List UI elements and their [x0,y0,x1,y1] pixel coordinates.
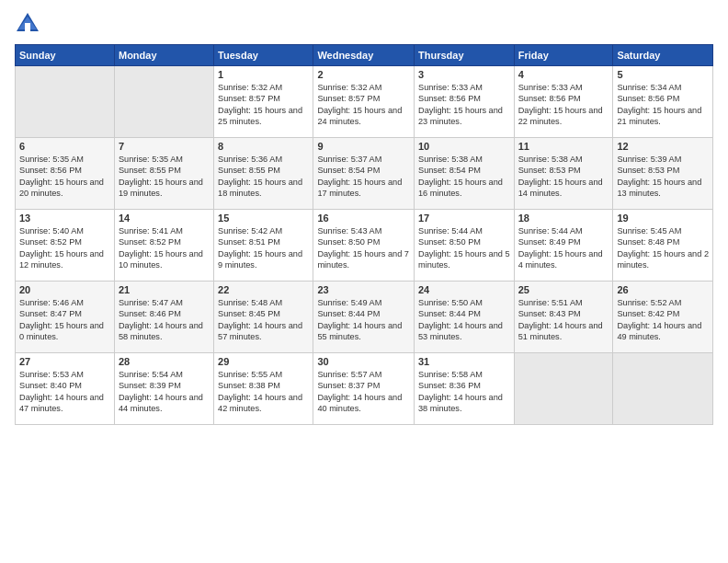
day-info: Sunrise: 5:44 AM Sunset: 8:49 PM Dayligh… [518,225,609,271]
day-info: Sunrise: 5:39 AM Sunset: 8:53 PM Dayligh… [617,154,709,200]
logo-icon [15,11,40,37]
day-info: Sunrise: 5:54 AM Sunset: 8:39 PM Dayligh… [119,369,210,415]
calendar-cell: 16Sunrise: 5:43 AM Sunset: 8:50 PM Dayli… [313,210,415,282]
calendar-cell: 15Sunrise: 5:42 AM Sunset: 8:51 PM Dayli… [214,210,313,282]
day-info: Sunrise: 5:46 AM Sunset: 8:47 PM Dayligh… [19,297,110,343]
calendar-cell: 13Sunrise: 5:40 AM Sunset: 8:52 PM Dayli… [16,210,115,282]
day-number: 1 [218,69,309,80]
calendar-cell: 19Sunrise: 5:45 AM Sunset: 8:48 PM Dayli… [613,210,713,282]
day-info: Sunrise: 5:33 AM Sunset: 8:56 PM Dayligh… [518,82,609,128]
weekday-header-row: SundayMondayTuesdayWednesdayThursdayFrid… [16,45,713,66]
day-number: 27 [19,356,110,367]
day-info: Sunrise: 5:47 AM Sunset: 8:46 PM Dayligh… [119,297,210,343]
calendar-cell [613,353,713,425]
calendar-cell: 27Sunrise: 5:53 AM Sunset: 8:40 PM Dayli… [16,353,115,425]
day-number: 12 [617,141,709,152]
day-info: Sunrise: 5:45 AM Sunset: 8:48 PM Dayligh… [617,225,709,271]
day-number: 3 [418,69,510,80]
day-number: 30 [317,356,410,367]
week-row-3: 13Sunrise: 5:40 AM Sunset: 8:52 PM Dayli… [16,210,713,282]
weekday-header-monday: Monday [114,45,213,66]
day-number: 28 [119,356,210,367]
day-info: Sunrise: 5:48 AM Sunset: 8:45 PM Dayligh… [218,297,309,343]
day-number: 21 [119,284,210,295]
calendar-cell: 7Sunrise: 5:35 AM Sunset: 8:55 PM Daylig… [114,138,213,210]
weekday-header-friday: Friday [514,45,613,66]
day-info: Sunrise: 5:35 AM Sunset: 8:55 PM Dayligh… [119,154,210,200]
calendar-cell: 10Sunrise: 5:38 AM Sunset: 8:54 PM Dayli… [415,138,515,210]
day-number: 26 [617,284,709,295]
day-number: 22 [218,284,309,295]
day-info: Sunrise: 5:38 AM Sunset: 8:53 PM Dayligh… [518,154,609,200]
calendar-cell: 18Sunrise: 5:44 AM Sunset: 8:49 PM Dayli… [514,210,613,282]
logo [15,11,44,37]
day-number: 19 [617,213,709,224]
calendar-cell [16,66,115,138]
calendar-cell: 8Sunrise: 5:36 AM Sunset: 8:55 PM Daylig… [214,138,313,210]
day-number: 8 [218,141,309,152]
day-info: Sunrise: 5:38 AM Sunset: 8:54 PM Dayligh… [418,154,510,200]
day-info: Sunrise: 5:41 AM Sunset: 8:52 PM Dayligh… [119,225,210,271]
calendar-table: SundayMondayTuesdayWednesdayThursdayFrid… [15,44,713,425]
day-number: 29 [218,356,309,367]
weekday-header-saturday: Saturday [613,45,713,66]
day-number: 20 [19,284,110,295]
day-number: 7 [119,141,210,152]
day-number: 23 [317,284,410,295]
calendar-cell [114,66,213,138]
day-number: 18 [518,213,609,224]
svg-rect-2 [25,23,30,31]
day-number: 25 [518,284,609,295]
day-number: 6 [19,141,110,152]
day-info: Sunrise: 5:40 AM Sunset: 8:52 PM Dayligh… [19,225,110,271]
weekday-header-wednesday: Wednesday [313,45,415,66]
week-row-5: 27Sunrise: 5:53 AM Sunset: 8:40 PM Dayli… [16,353,713,425]
day-info: Sunrise: 5:58 AM Sunset: 8:36 PM Dayligh… [418,369,510,415]
day-number: 15 [218,213,309,224]
day-info: Sunrise: 5:32 AM Sunset: 8:57 PM Dayligh… [218,82,309,128]
day-info: Sunrise: 5:32 AM Sunset: 8:57 PM Dayligh… [317,82,410,128]
day-info: Sunrise: 5:53 AM Sunset: 8:40 PM Dayligh… [19,369,110,415]
weekday-header-tuesday: Tuesday [214,45,313,66]
calendar-cell: 11Sunrise: 5:38 AM Sunset: 8:53 PM Dayli… [514,138,613,210]
day-info: Sunrise: 5:42 AM Sunset: 8:51 PM Dayligh… [218,225,309,271]
day-info: Sunrise: 5:37 AM Sunset: 8:54 PM Dayligh… [317,154,410,200]
day-info: Sunrise: 5:36 AM Sunset: 8:55 PM Dayligh… [218,154,309,200]
day-info: Sunrise: 5:50 AM Sunset: 8:44 PM Dayligh… [418,297,510,343]
calendar-cell: 24Sunrise: 5:50 AM Sunset: 8:44 PM Dayli… [415,282,515,353]
calendar-cell: 1Sunrise: 5:32 AM Sunset: 8:57 PM Daylig… [214,66,313,138]
week-row-1: 1Sunrise: 5:32 AM Sunset: 8:57 PM Daylig… [16,66,713,138]
day-number: 14 [119,213,210,224]
day-number: 17 [418,213,510,224]
calendar-cell: 17Sunrise: 5:44 AM Sunset: 8:50 PM Dayli… [415,210,515,282]
day-info: Sunrise: 5:51 AM Sunset: 8:43 PM Dayligh… [518,297,609,343]
page: SundayMondayTuesdayWednesdayThursdayFrid… [0,0,728,563]
calendar-cell: 29Sunrise: 5:55 AM Sunset: 8:38 PM Dayli… [214,353,313,425]
calendar-cell: 20Sunrise: 5:46 AM Sunset: 8:47 PM Dayli… [16,282,115,353]
calendar-cell: 22Sunrise: 5:48 AM Sunset: 8:45 PM Dayli… [214,282,313,353]
calendar-cell: 2Sunrise: 5:32 AM Sunset: 8:57 PM Daylig… [313,66,415,138]
calendar-cell: 12Sunrise: 5:39 AM Sunset: 8:53 PM Dayli… [613,138,713,210]
day-number: 10 [418,141,510,152]
calendar-cell: 3Sunrise: 5:33 AM Sunset: 8:56 PM Daylig… [415,66,515,138]
calendar-cell: 26Sunrise: 5:52 AM Sunset: 8:42 PM Dayli… [613,282,713,353]
calendar-cell: 5Sunrise: 5:34 AM Sunset: 8:56 PM Daylig… [613,66,713,138]
calendar-cell: 6Sunrise: 5:35 AM Sunset: 8:56 PM Daylig… [16,138,115,210]
day-info: Sunrise: 5:52 AM Sunset: 8:42 PM Dayligh… [617,297,709,343]
day-info: Sunrise: 5:35 AM Sunset: 8:56 PM Dayligh… [19,154,110,200]
calendar-cell: 4Sunrise: 5:33 AM Sunset: 8:56 PM Daylig… [514,66,613,138]
week-row-4: 20Sunrise: 5:46 AM Sunset: 8:47 PM Dayli… [16,282,713,353]
calendar-cell: 9Sunrise: 5:37 AM Sunset: 8:54 PM Daylig… [313,138,415,210]
calendar-cell: 28Sunrise: 5:54 AM Sunset: 8:39 PM Dayli… [114,353,213,425]
day-number: 24 [418,284,510,295]
day-info: Sunrise: 5:34 AM Sunset: 8:56 PM Dayligh… [617,82,709,128]
calendar-cell: 25Sunrise: 5:51 AM Sunset: 8:43 PM Dayli… [514,282,613,353]
weekday-header-sunday: Sunday [16,45,115,66]
calendar-cell: 31Sunrise: 5:58 AM Sunset: 8:36 PM Dayli… [415,353,515,425]
day-number: 16 [317,213,410,224]
calendar-cell [514,353,613,425]
calendar-cell: 21Sunrise: 5:47 AM Sunset: 8:46 PM Dayli… [114,282,213,353]
calendar-cell: 30Sunrise: 5:57 AM Sunset: 8:37 PM Dayli… [313,353,415,425]
day-info: Sunrise: 5:49 AM Sunset: 8:44 PM Dayligh… [317,297,410,343]
day-number: 31 [418,356,510,367]
